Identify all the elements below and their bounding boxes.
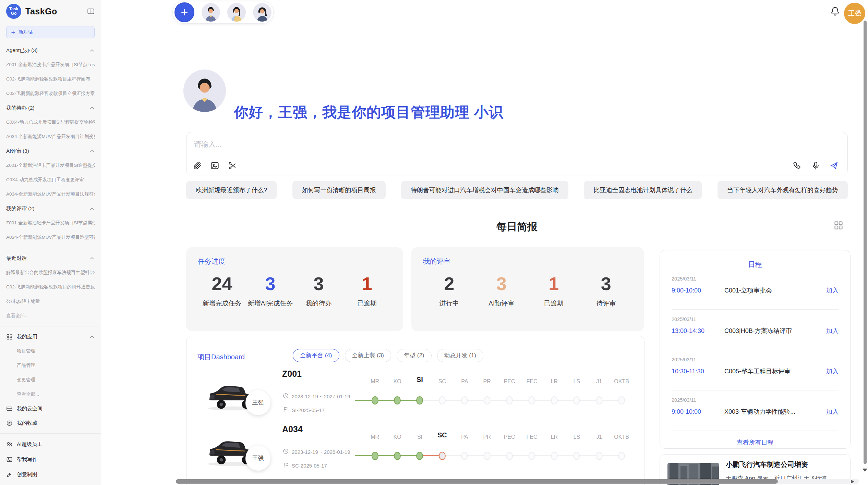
taskgo-app: Task Go TaskGo 新对话 Agent已办 (3)Z001-全新燃油皮… bbox=[0, 0, 868, 485]
image-write-icon bbox=[6, 456, 13, 463]
sidebar-task-item[interactable]: Z001-全新燃油皮卡产品开发项目SI节点Lesson Learn报告 bbox=[6, 58, 95, 72]
sidebar-section-header[interactable]: Agent已办 (3) bbox=[6, 43, 95, 58]
stat-item: 1已逾期 bbox=[528, 273, 580, 308]
sidebar-app-item[interactable]: 查看全部... bbox=[6, 387, 95, 401]
taskgo-logo: Task Go bbox=[6, 4, 21, 19]
sidebar-task-item[interactable]: Z001-全新燃油轻卡产品开发项目SI节点属性5D文件评审 bbox=[6, 216, 95, 230]
suggestion-chip[interactable]: 特朗普可能对进口汽车增税会对中国车企造成哪些影响 bbox=[401, 181, 568, 199]
sidebar-task-item[interactable]: C0X4-动力总成开发项目工程变更评审 bbox=[6, 173, 95, 187]
suggestion-chip[interactable]: 如何写一份清晰的项目周报 bbox=[292, 181, 386, 199]
sidebar-item-favorites[interactable]: 我的收藏 bbox=[6, 416, 95, 430]
phone-call-icon[interactable] bbox=[793, 161, 802, 170]
milestone-label: LS bbox=[566, 434, 588, 440]
agent-avatar-3[interactable] bbox=[253, 3, 272, 22]
sidebar-task-item[interactable]: C02-飞腾新能源轻客改款项目的闭环通告反馈情况 bbox=[6, 280, 95, 294]
event-date: 2025/03/11 bbox=[672, 397, 839, 403]
event-name: C001-立项审批会 bbox=[724, 286, 826, 295]
stat-value: 3 bbox=[294, 273, 343, 294]
event-time: 9:00-10:00 bbox=[672, 408, 724, 415]
project-dashboard-card: 项目Dashboard 全新平台 (4)全新上装 (3)年型 (2)动总开发 (… bbox=[186, 336, 644, 485]
sidebar-task-item[interactable]: C0X4-动力总成开发项目SI里程碑提交物检查 bbox=[6, 115, 95, 129]
sidebar-task-item[interactable]: A034-全新新能源MUV产品开发项目造型可行性评审 bbox=[6, 230, 95, 245]
event-join-link[interactable]: 加入 bbox=[826, 367, 839, 375]
milestone-label: MR bbox=[364, 434, 386, 440]
milestone-label: SC bbox=[431, 431, 453, 439]
briefing-layout-grid-icon[interactable] bbox=[834, 221, 843, 230]
project-row: 王强A0342023-12-19 ~ 2026-01-19SC-2025-05-… bbox=[186, 419, 644, 474]
sidebar-task-item[interactable]: A034-全新新能源MUV产品开发项目法规符合性评审 bbox=[6, 187, 95, 201]
attachment-paperclip-icon[interactable] bbox=[193, 161, 202, 170]
dashboard-filter-tab[interactable]: 年型 (2) bbox=[397, 349, 432, 362]
image-upload-icon[interactable] bbox=[210, 161, 219, 170]
sidebar-task-item[interactable]: Z001-全新燃油轻卡产品开发项目SI造型提交物评审 bbox=[6, 158, 95, 173]
chat-input[interactable] bbox=[193, 140, 606, 149]
milestone: FEC bbox=[521, 363, 543, 419]
cloud-space-icon bbox=[6, 406, 13, 412]
milestone-dot bbox=[596, 452, 603, 460]
event-date: 2025/03/11 bbox=[672, 357, 839, 362]
milestone-label: MR bbox=[364, 378, 386, 385]
sidebar-app-item[interactable]: 变更管理 bbox=[6, 373, 95, 387]
user-avatar[interactable]: 王强 bbox=[844, 3, 865, 24]
new-chat-button[interactable]: 新对话 bbox=[6, 26, 95, 38]
sidebar-item-write-helper[interactable]: 帮我写作 bbox=[6, 452, 95, 467]
sidebar-task-item[interactable]: 公司Q3轻卡销量 bbox=[6, 294, 95, 309]
milestone-dot bbox=[439, 396, 446, 405]
event-join-link[interactable]: 加入 bbox=[826, 327, 839, 335]
suggestion-chip[interactable]: 比亚迪全固态电池计划具体说了什么 bbox=[584, 181, 702, 199]
event-join-link[interactable]: 加入 bbox=[826, 408, 839, 416]
notification-bell-icon[interactable] bbox=[830, 6, 841, 17]
agent-avatar-2[interactable] bbox=[227, 3, 246, 22]
milestone-label: LS bbox=[566, 378, 588, 385]
scissors-icon[interactable] bbox=[228, 161, 237, 170]
milestone-dot bbox=[618, 396, 625, 405]
agent-avatar-1[interactable] bbox=[202, 3, 220, 22]
scroll-right-arrow[interactable] bbox=[851, 480, 854, 484]
dashboard-filter-tab[interactable]: 动总开发 (1) bbox=[437, 349, 484, 362]
vertical-scrollbar-thumb[interactable] bbox=[864, 21, 867, 464]
sidebar-task-item[interactable]: C02-飞腾新能源轻客改款项目里程碑画布 bbox=[6, 72, 95, 86]
dashboard-filter-tab[interactable]: 全新平台 (4) bbox=[293, 349, 339, 362]
sidebar-section-header[interactable]: 我的评审 (2) bbox=[6, 201, 95, 216]
event-join-link[interactable]: 加入 bbox=[826, 286, 839, 295]
sidebar-app-item[interactable]: 项目管理 bbox=[6, 344, 95, 358]
microphone-icon[interactable] bbox=[811, 161, 820, 170]
sidebar-section-header[interactable]: 最近对话 bbox=[6, 251, 95, 265]
sidebar-section-header[interactable]: AI评审 (3) bbox=[6, 144, 95, 158]
scroll-down-arrow[interactable] bbox=[863, 469, 867, 472]
sidebar-task-item[interactable]: 解释最新出台的欧盟报废车法规再生塑料比例被调至15%... bbox=[6, 265, 95, 280]
milestone-label: LR bbox=[543, 378, 565, 385]
stat-item: 3待评审 bbox=[580, 273, 632, 308]
project-owner-badge: 王强 bbox=[245, 390, 270, 415]
sidebar-item-ai-staff[interactable]: AI超级员工 bbox=[6, 437, 95, 452]
sidebar-item-creative-draw[interactable]: 创意制图 bbox=[6, 467, 95, 482]
sidebar-app-item[interactable]: 产品管理 bbox=[6, 358, 95, 373]
milestone-label: LR bbox=[543, 434, 565, 440]
sidebar-task-item[interactable]: C02-飞腾新能源轻客改款项目立项汇报方案 bbox=[6, 86, 95, 101]
milestone: SI bbox=[409, 363, 431, 419]
dashboard-title: 项目Dashboard bbox=[197, 352, 245, 362]
dashboard-filter-tab[interactable]: 全新上装 (3) bbox=[345, 349, 391, 362]
send-icon[interactable] bbox=[829, 161, 839, 170]
event-main: 9:00-10:00X003-车辆动力学性能验...加入 bbox=[672, 408, 839, 416]
horizontal-scrollbar-thumb[interactable] bbox=[176, 479, 778, 484]
project-code: Z001 bbox=[282, 369, 302, 379]
sidebar-collapse-icon[interactable] bbox=[87, 8, 95, 15]
stat-value: 2 bbox=[423, 273, 475, 294]
sidebar-section-header[interactable]: 我的待办 (2) bbox=[6, 101, 95, 115]
sidebar-item-cloud-space[interactable]: 我的云空间 bbox=[6, 401, 95, 416]
milestone: KO bbox=[386, 363, 408, 419]
suggestion-chip[interactable]: 欧洲新规最近颁布了什么? bbox=[186, 181, 277, 199]
milestone: SC bbox=[431, 363, 453, 419]
sidebar-item-my-apps[interactable]: 我的应用 bbox=[6, 329, 95, 344]
milestone: PR bbox=[476, 363, 498, 419]
suggestion-chip[interactable]: 当下年轻人对汽车外观有怎样的喜好趋势 bbox=[718, 181, 848, 199]
view-all-schedule-link[interactable]: 查看所有日程 bbox=[672, 438, 839, 447]
stat-label: 已逾期 bbox=[528, 299, 580, 308]
sidebar-task-item[interactable]: 查看全部... bbox=[6, 309, 95, 323]
favorites-medal-icon bbox=[6, 420, 13, 426]
assistant-avatar bbox=[183, 70, 226, 112]
sidebar-task-item[interactable]: A034-全新新能源MUV产品开发项目计划变更表编写 bbox=[6, 129, 95, 144]
add-agent-button[interactable] bbox=[174, 2, 194, 22]
chevron-up-icon bbox=[89, 105, 95, 111]
